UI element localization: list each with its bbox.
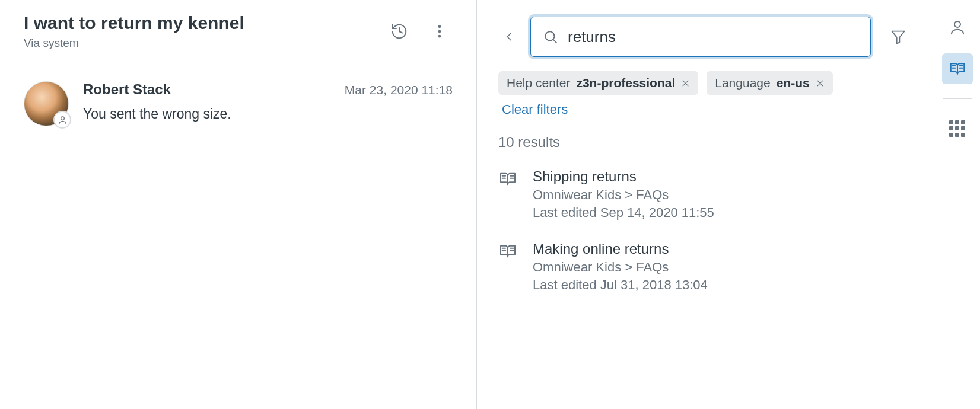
message-head: Robert Stack Mar 23, 2020 11:18 [83, 81, 453, 98]
ticket-via: Via system [24, 37, 372, 50]
result-path: Omniwear Kids > FAQs [533, 260, 708, 275]
message-timestamp: Mar 23, 2020 11:18 [345, 83, 453, 97]
rail-apps-button[interactable] [942, 113, 973, 144]
chip-value: en-us [777, 76, 810, 90]
person-icon [949, 18, 966, 36]
svg-point-0 [438, 25, 441, 28]
history-button[interactable] [386, 18, 412, 44]
ticket-title: I want to return my kennel [24, 13, 372, 33]
result-item[interactable]: Making online returns Omniwear Kids > FA… [498, 241, 910, 293]
result-title: Making online returns [533, 241, 708, 257]
close-icon [681, 79, 690, 88]
filter-chip-help-center: Help center z3n-professional [498, 71, 698, 95]
result-body: Making online returns Omniwear Kids > FA… [533, 241, 708, 293]
filter-icon [890, 28, 906, 45]
avatar-badge [53, 111, 71, 129]
ticket-panel: I want to return my kennel Via system [0, 0, 477, 409]
result-title: Shipping returns [533, 168, 714, 185]
search-row [498, 17, 910, 57]
history-icon [390, 23, 408, 40]
results-list: Shipping returns Omniwear Kids > FAQs La… [498, 168, 910, 293]
result-path: Omniwear Kids > FAQs [533, 187, 714, 203]
close-icon [816, 79, 825, 88]
rail-separator [943, 98, 972, 99]
rail-knowledge-button[interactable] [942, 53, 973, 84]
app-root: I want to return my kennel Via system [0, 0, 980, 409]
search-panel: Help center z3n-professional Language en… [477, 0, 934, 409]
svg-point-3 [61, 116, 64, 120]
svg-marker-6 [892, 31, 905, 44]
chip-value: z3n-professional [576, 76, 675, 90]
person-icon [58, 115, 68, 125]
message-main: Robert Stack Mar 23, 2020 11:18 You sent… [83, 81, 453, 126]
chevron-left-icon [502, 30, 516, 43]
search-box[interactable] [530, 17, 871, 57]
svg-point-19 [954, 21, 960, 27]
filter-chip-language: Language en-us [707, 71, 832, 95]
search-icon [543, 29, 558, 44]
rail-profile-button[interactable] [942, 12, 973, 43]
chip-remove-button[interactable] [681, 79, 690, 88]
search-input[interactable] [568, 17, 858, 56]
more-actions-button[interactable] [427, 18, 453, 44]
nav-rail [934, 0, 980, 409]
message-text: You sent the wrong size. [83, 106, 453, 122]
filter-chips: Help center z3n-professional Language en… [498, 71, 910, 117]
svg-line-5 [553, 40, 556, 43]
clear-filters-link[interactable]: Clear filters [502, 102, 568, 117]
book-open-icon [498, 170, 517, 221]
message-author: Robert Stack [83, 81, 171, 98]
book-open-icon [498, 242, 517, 293]
filter-button[interactable] [886, 25, 910, 49]
results-count: 10 results [498, 134, 910, 151]
ticket-header: I want to return my kennel Via system [0, 0, 476, 62]
ticket-message: Robert Stack Mar 23, 2020 11:18 You sent… [24, 81, 453, 126]
result-item[interactable]: Shipping returns Omniwear Kids > FAQs La… [498, 168, 910, 221]
svg-point-1 [438, 30, 441, 33]
result-edited: Last edited Jul 31, 2018 13:04 [533, 277, 708, 293]
chip-remove-button[interactable] [816, 79, 825, 88]
avatar [24, 81, 69, 126]
more-vertical-icon [431, 23, 448, 40]
result-edited: Last edited Sep 14, 2020 11:55 [533, 205, 714, 221]
chip-label: Language [715, 76, 770, 90]
result-body: Shipping returns Omniwear Kids > FAQs La… [533, 168, 714, 221]
back-button[interactable] [498, 26, 520, 47]
chip-label: Help center [507, 76, 570, 90]
ticket-title-wrap: I want to return my kennel Via system [24, 13, 372, 50]
book-open-icon [949, 60, 966, 78]
svg-point-2 [438, 35, 441, 38]
ticket-body: Robert Stack Mar 23, 2020 11:18 You sent… [0, 62, 476, 409]
apps-grid-icon [949, 120, 966, 137]
